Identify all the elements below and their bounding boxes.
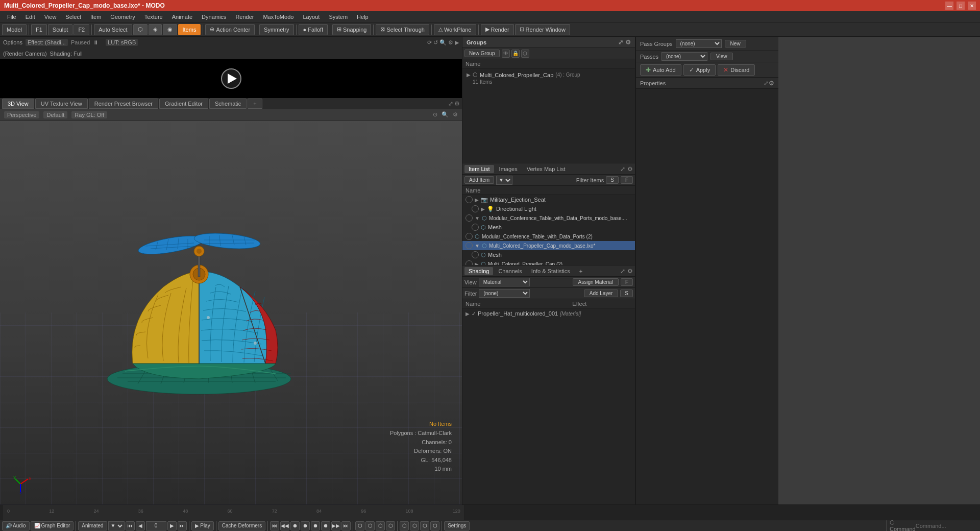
pass-groups-dropdown[interactable]: (none) [676,39,722,48]
shading-f-button[interactable]: F [621,278,633,286]
transport-icon-16[interactable]: ⬡ [430,521,439,530]
transport-skip-end[interactable]: ⏭ [178,521,187,530]
transport-icon-5[interactable]: ⏺ [311,521,320,530]
menu-file[interactable]: File [3,13,20,21]
group-item-propeller-cap[interactable]: ▶ ⬡ Multi_Colored_Propeller_Cap (4) : Gr… [464,70,633,79]
transport-icon-1[interactable]: ⏮ [270,521,279,530]
none-dropdown[interactable]: (none) [479,289,530,298]
passes-view-button[interactable]: View [710,53,733,60]
select-through-button[interactable]: ⊠ Select Through [376,24,429,35]
group-icon-mesh[interactable]: ⬡ [521,50,529,58]
render-button[interactable]: ▶ Render [481,24,514,35]
sculpt-button[interactable]: Sculpt [48,24,73,35]
item-list-settings-icon[interactable]: ⚙ [627,165,633,173]
settings-button[interactable]: Settings [444,521,470,530]
tab-gradient-editor[interactable]: Gradient Editor [159,99,208,109]
tab-schematic[interactable]: Schematic [209,99,247,109]
eye-icon[interactable] [472,224,479,231]
transport-icon-11[interactable]: ⬡ [376,521,385,530]
snapping-button[interactable]: ⊞ Snapping [332,24,372,35]
viewport-icon-orbit[interactable]: ⊙ [433,111,437,118]
add-layer-button[interactable]: Add Layer [584,289,619,297]
shading-expand-icon[interactable]: ⤢ [620,268,625,275]
item-row-cap-group[interactable]: ▶ ⬡ Multi_Colored_Propeller_Cap (2) [462,259,635,265]
props-settings-icon[interactable]: ⚙ [769,80,774,87]
menu-render[interactable]: Render [231,13,258,21]
menu-view[interactable]: View [40,13,61,21]
tab-add[interactable]: + [248,99,262,109]
timeline-bar[interactable]: 0 12 24 36 48 60 72 84 96 108 120 [3,505,465,520]
item-row-conference-table[interactable]: ▼ ⬡ Modular_Conference_Table_with_Data_P… [462,213,635,223]
menu-dynamics[interactable]: Dynamics [198,13,230,21]
f2-button[interactable]: F2 [74,24,89,35]
auto-select-button[interactable]: Auto Select [94,24,132,35]
group-icon-lock[interactable]: 🔒 [511,50,520,58]
eye-icon[interactable] [465,214,473,222]
item-row-directional-light[interactable]: ▶ 💡 Directional Light [469,204,635,213]
falloff-button[interactable]: ● Falloff [299,24,328,35]
menu-edit[interactable]: Edit [21,13,39,21]
graph-editor-button[interactable]: 📈 Graph Editor [31,521,74,530]
assign-material-button[interactable]: Assign Material [573,278,619,286]
transport-icon-13[interactable]: ⬡ [400,521,409,530]
viewport-icon-settings[interactable]: ⚙ [453,111,458,118]
transport-icon-15[interactable]: ⬡ [420,521,429,530]
audio-button[interactable]: 🔊 Audio [2,521,30,530]
menu-system[interactable]: System [325,13,352,21]
shading-s-button[interactable]: S [620,289,633,297]
item-row-mesh-1[interactable]: ⬡ Mesh [469,223,635,232]
eye-icon[interactable] [472,251,479,258]
viewport-canvas[interactable]: No Items Polygons : Catmull-Clark Channe… [0,120,462,504]
menu-item[interactable]: Item [86,13,105,21]
item-row-military[interactable]: ▶ 📷 Military_Ejection_Seat [462,195,635,204]
viewport-perspective[interactable]: Perspective [4,111,39,118]
icon-btn-3[interactable]: ◉ [163,24,177,35]
viewport-default[interactable]: Default [43,111,67,118]
group-icon-eye[interactable]: 👁 [502,50,510,58]
workplane-button[interactable]: △ WorkPlane [434,24,476,35]
render-window-button[interactable]: ⊡ Render Window [515,24,570,35]
auto-add-button[interactable]: ✚ Auto Add [640,64,681,76]
items-button[interactable]: Items [178,24,201,35]
menu-texture[interactable]: Texture [140,13,167,21]
transport-icon-8[interactable]: ⏭ [341,521,351,530]
menu-maxtomodo[interactable]: MaxToModo [259,13,298,21]
tab-item-list[interactable]: Item List [464,165,494,173]
f-button[interactable]: F [621,176,633,184]
menu-animate[interactable]: Animate [168,13,197,21]
material-dropdown[interactable]: Material [479,278,530,286]
add-item-dropdown[interactable]: ▼ [496,176,512,185]
groups-expand-icon[interactable]: ⤢ [618,39,623,46]
new-group-button[interactable]: New Group [464,50,500,57]
transport-icon-9[interactable]: ⬡ [355,521,364,530]
frame-input[interactable] [146,521,166,530]
item-row-propeller-base[interactable]: ▼ ⬡ Multi_Colored_Propeller_Cap_modo_bas… [462,241,635,250]
preview-options[interactable]: Options [3,39,22,45]
shading-settings-icon[interactable]: ⚙ [627,268,633,275]
material-row-propeller-hat[interactable]: ▶ ✓ Propeller_Hat_multicolored_001 [Mate… [462,308,635,319]
tab-shading-add[interactable]: + [575,267,586,275]
menu-geometry[interactable]: Geometry [106,13,139,21]
groups-settings-icon[interactable]: ⚙ [625,39,631,46]
tab-images[interactable]: Images [495,165,522,173]
maximize-button[interactable]: □ [957,2,965,10]
model-button[interactable]: Model [2,24,27,35]
viewport-expand-icon[interactable]: ⤢ [448,100,453,107]
eye-icon[interactable] [472,205,479,212]
command-input[interactable] [916,523,980,529]
play-button-bottom[interactable]: ▶ Play [191,521,214,530]
item-row-conference-table2[interactable]: ⬡ Modular_Conference_Table_with_Data_Por… [462,232,635,241]
apply-button[interactable]: ✓ Apply [683,64,716,76]
menu-layout[interactable]: Layout [299,13,324,21]
action-center-button[interactable]: ⊕ Action Center [205,24,255,35]
minimize-button[interactable]: — [945,2,953,10]
tab-shading[interactable]: Shading [464,267,493,275]
tab-render-preset-browser[interactable]: Render Preset Browser [89,99,158,109]
play-button[interactable] [221,68,241,89]
transport-icon-14[interactable]: ⬡ [410,521,419,530]
add-item-button[interactable]: Add Item [464,176,494,184]
props-expand-icon[interactable]: ⤢ [764,80,769,87]
menu-select[interactable]: Select [61,13,85,21]
icon-btn-1[interactable]: ⬡ [133,24,148,35]
discard-button[interactable]: ✕ Discard [718,64,755,76]
